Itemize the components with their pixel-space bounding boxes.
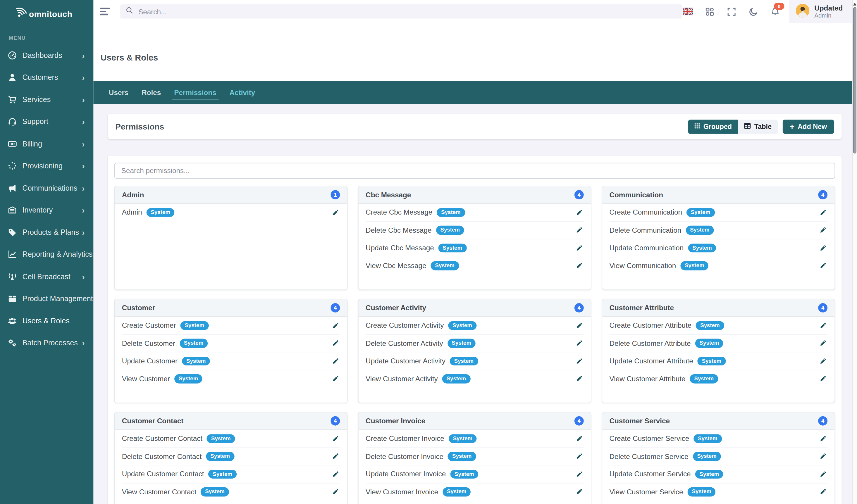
edit-permission-button[interactable] <box>575 321 584 330</box>
tab-permissions[interactable]: Permissions <box>168 81 223 104</box>
language-flag-button[interactable] <box>682 6 693 17</box>
chevron-right-icon: › <box>82 140 85 148</box>
edit-permission-button[interactable] <box>819 321 827 330</box>
tab-roles[interactable]: Roles <box>135 81 168 104</box>
edit-permission-button[interactable] <box>331 321 340 330</box>
permission-row: Create Communication System <box>609 204 827 222</box>
permission-label: Update Customer Service <box>609 470 691 478</box>
fullscreen-button[interactable] <box>726 6 737 17</box>
dark-mode-button[interactable] <box>747 6 758 17</box>
tab-users[interactable]: Users <box>102 81 135 104</box>
permission-label: Update Customer Contact <box>122 470 204 478</box>
group-body: Create Customer Attribute System Delete … <box>602 317 835 403</box>
sidebar-item-billing[interactable]: Billing › <box>0 133 94 155</box>
edit-permission-button[interactable] <box>331 434 340 443</box>
edit-permission-button[interactable] <box>575 452 584 461</box>
edit-permission-button[interactable] <box>819 261 827 270</box>
edit-permission-button[interactable] <box>575 434 584 443</box>
edit-permission-button[interactable] <box>331 487 340 496</box>
edit-permission-button[interactable] <box>819 226 827 234</box>
edit-permission-button[interactable] <box>819 487 827 496</box>
add-new-button[interactable]: + Add New <box>783 119 834 134</box>
scrollbar-thumb[interactable] <box>853 7 856 154</box>
edit-permission-button[interactable] <box>575 374 584 383</box>
system-badge: System <box>442 487 471 497</box>
sidebar-item-services[interactable]: Services › <box>0 89 94 111</box>
sidebar-item-support[interactable]: Support › <box>0 110 94 133</box>
permission-group-customer-invoice: Customer Invoice 4 Create Customer Invoi… <box>358 412 591 504</box>
edit-permission-button[interactable] <box>819 470 827 479</box>
edit-permission-button[interactable] <box>331 452 340 461</box>
edit-permission-button[interactable] <box>575 244 584 252</box>
edit-permission-button[interactable] <box>331 208 340 216</box>
sidebar-item-inventory[interactable]: Inventory › <box>0 199 94 221</box>
permission-row: Update Customer Attribute System <box>609 352 827 370</box>
sidebar-item-dashboards[interactable]: Dashboards › <box>0 44 94 66</box>
edit-permission-button[interactable] <box>331 470 340 479</box>
user-menu[interactable]: Updated Admin <box>789 0 857 23</box>
hamburger-menu-button[interactable] <box>100 5 113 18</box>
sidebar-item-users-roles[interactable]: Users & Roles <box>0 310 94 332</box>
edit-permission-button[interactable] <box>331 339 340 348</box>
grouped-view-label: Grouped <box>703 123 732 131</box>
moon-icon <box>749 7 758 16</box>
screen: omnitouch MENU Dashboards › Customers › … <box>0 0 857 504</box>
tab-activity[interactable]: Activity <box>223 81 262 104</box>
count-badge: 4 <box>574 303 584 313</box>
edit-permission-button[interactable] <box>575 339 584 348</box>
edit-permission-button[interactable] <box>819 452 827 461</box>
system-badge: System <box>181 321 208 330</box>
edit-permission-button[interactable] <box>819 357 827 365</box>
sidebar-item-reporting-analytics[interactable]: Reporting & Analytics › <box>0 243 94 265</box>
notifications-button[interactable]: 0 <box>770 6 780 17</box>
edit-permission-button[interactable] <box>819 434 827 443</box>
edit-permission-button[interactable] <box>575 208 584 216</box>
edit-permission-button[interactable] <box>331 357 340 365</box>
system-badge: System <box>690 374 718 383</box>
apps-grid-button[interactable] <box>704 6 715 17</box>
system-badge: System <box>687 487 716 497</box>
sidebar-item-cell-broadcast[interactable]: Cell Broadcast › <box>0 265 94 288</box>
sidebar-item-customers[interactable]: Customers › <box>0 66 94 89</box>
edit-permission-button[interactable] <box>331 374 340 383</box>
sidebar-item-batch-processes[interactable]: Batch Processes › <box>0 332 94 354</box>
cash-icon <box>7 139 17 149</box>
permission-label: Create Customer Invoice <box>366 434 444 442</box>
edit-permission-button[interactable] <box>819 244 827 252</box>
edit-permission-button[interactable] <box>575 487 584 496</box>
sidebar-item-provisioning[interactable]: Provisioning › <box>0 155 94 177</box>
page-title: Users & Roles <box>101 53 158 63</box>
chevron-right-icon: › <box>82 184 85 192</box>
edit-permission-button[interactable] <box>819 208 827 216</box>
edit-permission-button[interactable] <box>575 261 584 270</box>
sidebar-item-communications[interactable]: Communications › <box>0 177 94 199</box>
permission-label: View Customer Invoice <box>366 488 438 496</box>
table-view-button[interactable]: Table <box>738 119 778 134</box>
edit-permission-button[interactable] <box>575 226 584 234</box>
permission-label: Create Communication <box>609 208 682 216</box>
group-body: Admin System <box>115 204 347 236</box>
topbar: 0 Updated Admin <box>94 0 857 23</box>
sidebar-item-product-management[interactable]: Product Management <box>0 288 94 310</box>
page-scrollbar[interactable] <box>852 0 857 504</box>
permission-row: Delete Customer Contact System <box>122 448 340 465</box>
edit-permission-button[interactable] <box>575 357 584 365</box>
edit-permission-button[interactable] <box>575 470 584 479</box>
global-search-input[interactable] <box>137 7 676 16</box>
main-area: 0 Updated Admin Users & Roles Users Role… <box>94 0 857 504</box>
permission-group-admin: Admin 1 Admin System <box>114 186 348 290</box>
permission-row: Create Customer Activity System <box>366 317 584 335</box>
edit-permission-button[interactable] <box>819 374 827 383</box>
permission-row: View Customer Contact System <box>122 483 340 501</box>
permissions-search-input[interactable] <box>114 163 835 179</box>
permission-row: Update Customer Invoice System <box>366 465 584 483</box>
grouped-view-button[interactable]: Grouped <box>688 119 738 134</box>
permission-row: View Cbc Message System <box>366 257 584 274</box>
sidebar-item-products-plans[interactable]: Products & Plans › <box>0 221 94 244</box>
permission-row: View Customer System <box>122 370 340 387</box>
permission-label: Delete Customer Service <box>609 452 688 460</box>
permission-label: Create Customer <box>122 321 176 329</box>
permission-label: Create Customer Activity <box>366 321 444 329</box>
scrollbar-up-arrow-icon[interactable] <box>853 1 856 5</box>
edit-permission-button[interactable] <box>819 339 827 348</box>
